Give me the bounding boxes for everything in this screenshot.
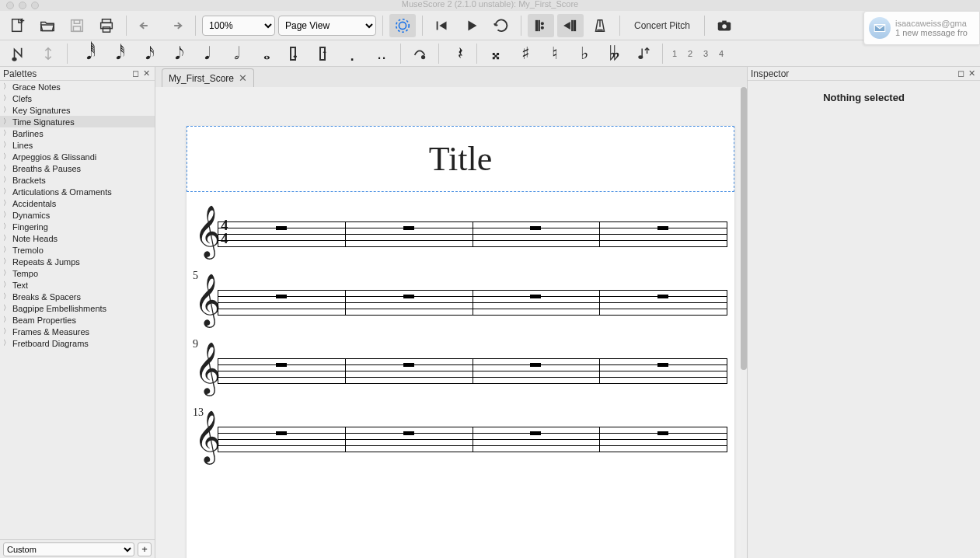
voice-1[interactable]: 1 (668, 47, 681, 60)
barline[interactable] (218, 290, 218, 316)
barline[interactable] (473, 358, 473, 384)
treble-clef[interactable]: 𝄞 (194, 346, 221, 391)
mail-notification[interactable]: isaacaweiss@gma 1 new message fro (863, 11, 980, 45)
palettes-close-icon[interactable]: ✕ (141, 68, 152, 79)
barline[interactable] (727, 358, 727, 384)
whole-rest[interactable] (657, 363, 668, 367)
title-frame[interactable]: Title (187, 126, 734, 192)
barline[interactable] (473, 427, 473, 452)
rest-button[interactable]: 𝄽 (444, 43, 472, 65)
duration-8th[interactable]: 𝅘𝅥𝅮 (161, 43, 189, 65)
rewind-button[interactable] (429, 14, 455, 37)
print-button[interactable] (93, 14, 120, 37)
workspace-select[interactable]: Custom (3, 542, 134, 556)
barline[interactable] (345, 290, 346, 316)
palette-item[interactable]: 〉Arpeggios & Glissandi (0, 151, 155, 162)
score-page[interactable]: Title 𝄞445𝄞9𝄞13𝄞 (187, 126, 734, 558)
palette-item[interactable]: 〉Time Signatures (0, 116, 155, 127)
inspector-close-icon[interactable]: ✕ (966, 68, 977, 79)
double-dot[interactable]: .. (368, 43, 396, 65)
barline[interactable] (345, 221, 346, 247)
barline[interactable] (473, 221, 473, 247)
whole-rest[interactable] (530, 363, 541, 367)
whole-rest[interactable] (530, 431, 541, 435)
tab-close-icon[interactable]: ✕ (239, 72, 247, 84)
barline[interactable] (218, 358, 218, 384)
staff-system[interactable]: 5𝄞 (194, 284, 727, 321)
screenshot-button[interactable] (711, 14, 738, 37)
whole-rest[interactable] (403, 295, 414, 298)
barline[interactable] (218, 427, 218, 452)
staff-system[interactable]: 𝄞44 (194, 215, 727, 253)
play-button[interactable] (459, 14, 485, 37)
undo-button[interactable] (133, 14, 159, 37)
inspector-undock-icon[interactable]: ◻ (955, 68, 966, 79)
barline[interactable] (599, 358, 600, 384)
barline[interactable] (599, 427, 600, 452)
view-mode-select[interactable]: Page View (278, 16, 376, 36)
repitch-button[interactable] (34, 43, 62, 65)
score-title[interactable]: Title (187, 139, 734, 179)
save-button[interactable] (64, 14, 90, 37)
palette-item[interactable]: 〉Grace Notes (0, 81, 155, 92)
duration-breve[interactable]: 𝅝 (279, 43, 307, 65)
palette-item[interactable]: 〉Fretboard Diagrams (0, 337, 155, 349)
barline[interactable] (727, 427, 727, 452)
whole-rest[interactable] (276, 295, 287, 298)
palettes-undock-icon[interactable]: ◻ (130, 68, 141, 79)
palette-item[interactable]: 〉Brackets (0, 174, 155, 186)
note-input-mode-button[interactable] (5, 43, 33, 65)
whole-rest[interactable] (276, 226, 287, 230)
staff-system[interactable]: 9𝄞 (194, 352, 727, 389)
whole-rest[interactable] (276, 363, 287, 367)
whole-rest[interactable] (403, 431, 414, 435)
palette-item[interactable]: 〉Key Signatures (0, 104, 155, 116)
loop-button[interactable] (488, 14, 514, 37)
tie-button[interactable] (406, 43, 434, 65)
play-repeats-button[interactable] (528, 14, 554, 37)
double-sharp-button[interactable]: 𝄪 (482, 43, 510, 65)
duration-32nd[interactable]: 𝅘𝅥𝅰 (102, 43, 130, 65)
palette-item[interactable]: 〉Breaks & Spacers (0, 291, 155, 302)
palette-item[interactable]: 〉Repeats & Jumps (0, 256, 155, 267)
metronome-button[interactable] (587, 14, 613, 37)
palette-item[interactable]: 〉Accidentals (0, 197, 155, 209)
zoom-select[interactable]: 100% (202, 16, 275, 36)
voice-2[interactable]: 2 (684, 47, 696, 60)
image-capture-button[interactable] (389, 14, 416, 37)
new-score-button[interactable] (5, 14, 31, 37)
voice-3[interactable]: 3 (699, 47, 712, 60)
barline[interactable] (218, 221, 218, 247)
whole-rest[interactable] (657, 431, 668, 435)
flip-direction-button[interactable] (630, 43, 657, 65)
palette-item[interactable]: 〉Articulations & Ornaments (0, 186, 155, 197)
augmentation-dot[interactable]: . (338, 43, 366, 65)
duration-whole[interactable]: 𝅝 (249, 43, 277, 65)
treble-clef[interactable]: 𝄞 (194, 209, 221, 254)
pan-button[interactable] (557, 14, 584, 37)
concert-pitch-button[interactable]: Concert Pitch (626, 14, 698, 37)
palette-item[interactable]: 〉Clefs (0, 92, 155, 104)
sharp-button[interactable]: ♯ (511, 43, 539, 65)
barline[interactable] (727, 221, 727, 247)
add-workspace-button[interactable]: + (138, 542, 152, 556)
barline[interactable] (345, 427, 346, 452)
duration-16th[interactable]: 𝅘𝅥𝅯 (131, 43, 159, 65)
palette-item[interactable]: 〉Tremolo (0, 244, 155, 256)
vertical-scrollbar[interactable] (741, 87, 747, 558)
barline[interactable] (599, 221, 600, 247)
redo-button[interactable] (162, 14, 189, 37)
duration-64th[interactable]: 𝅘𝅥𝅱 (72, 43, 100, 65)
whole-rest[interactable] (530, 295, 541, 298)
duration-quarter[interactable]: 𝅘𝅥 (190, 43, 218, 65)
whole-rest[interactable] (276, 431, 287, 435)
staff-system[interactable]: 13𝄞 (194, 420, 727, 458)
palette-item[interactable]: 〉Text (0, 279, 155, 291)
palette-item[interactable]: 〉Bagpipe Embellishments (0, 302, 155, 314)
whole-rest[interactable] (657, 295, 668, 298)
score-tab[interactable]: My_First_Score ✕ (162, 68, 254, 87)
whole-rest[interactable] (403, 363, 414, 367)
voice-4[interactable]: 4 (715, 47, 727, 60)
barline[interactable] (345, 358, 346, 384)
palette-item[interactable]: 〉Tempo (0, 267, 155, 279)
